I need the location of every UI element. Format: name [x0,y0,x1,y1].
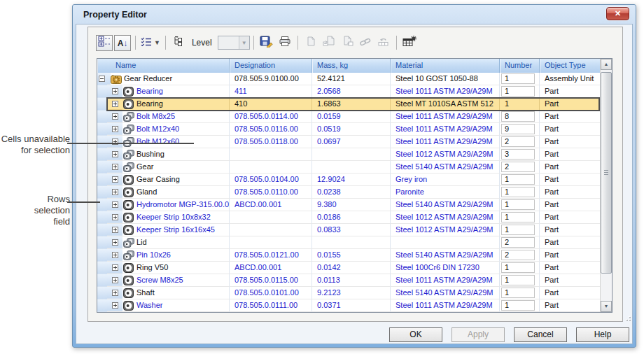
cell-material[interactable]: Steel 100Cr6 DIN 17230 [391,262,500,274]
column-header-object-type[interactable]: Object Type [540,59,600,73]
cell-designation[interactable]: ABCD.00.001 [230,199,312,211]
table-row[interactable]: Keeper Strip 16x16x450.0833Steel 1012 AS… [97,224,600,236]
row-selection-field[interactable] [97,249,107,262]
expand-icon[interactable] [112,113,118,120]
row-selection-field[interactable] [97,274,107,287]
row-selection-field[interactable] [97,224,107,236]
cell-object-type[interactable]: Part [540,299,600,312]
cell-name[interactable]: Gland [107,186,230,199]
number-input[interactable]: 1 [501,73,535,84]
table-row[interactable]: Screw M8x25078.505.0.0115.000.0113Steel … [97,274,600,287]
cell-name[interactable]: Ring V50 [107,262,230,274]
cell-name[interactable]: Screw M8x25 [107,274,230,287]
cell-material[interactable]: Steel 1011 ASTM A29/A29M [391,85,500,98]
table-row[interactable]: Pin 10x26078.505.0.0121.000.0155Steel 51… [97,249,600,262]
cell-designation[interactable]: 078.505.0.0121.00 [230,249,312,262]
number-input[interactable]: 1 [501,288,535,298]
cell-name[interactable]: Gear Reducer [107,73,230,85]
expand-icon[interactable] [112,101,118,107]
cell-mass[interactable]: 0.0155 [312,249,391,262]
cell-designation[interactable]: 078.505.0.0115.00 [230,274,312,287]
expand-icon[interactable] [112,290,118,296]
number-input[interactable]: 1 [501,212,535,222]
number-input[interactable]: 8 [501,111,535,122]
row-selection-field[interactable] [97,136,107,148]
cell-designation[interactable]: ABCD.00.001 [230,262,312,274]
cell-name[interactable]: Bolt M12x40 [107,123,230,136]
expand-icon[interactable] [112,126,118,132]
expand-icon[interactable] [112,151,118,157]
column-header-mass-kg[interactable]: Mass, kg [312,59,391,73]
row-selection-field[interactable] [97,287,107,299]
cell-mass[interactable]: 0.0697 [312,136,391,148]
cell-mass[interactable]: 0.0159 [312,111,391,123]
table-settings-button[interactable] [401,35,418,51]
column-header-name[interactable]: Name [97,59,230,73]
cell-object-type[interactable]: Part [540,249,600,262]
cell-material[interactable]: Grey iron [391,174,500,186]
cell-object-type[interactable]: Part [540,98,600,111]
number-input[interactable]: 9 [501,124,535,134]
number-input[interactable]: 1 [501,300,535,311]
cell-material[interactable]: Steel 10 GOST 1050-88 [391,73,500,85]
cell-name[interactable]: Bolt M8x25 [107,111,230,123]
cell-mass[interactable]: 0.0371 [312,299,391,312]
cell-object-type[interactable]: Part [540,123,600,136]
cell-mass[interactable]: 9.380 [312,199,391,211]
number-input[interactable]: 1 [501,262,535,273]
table-row[interactable]: Gear Casing078.505.0.0104.0012.9024Grey … [97,174,600,186]
table-row[interactable]: Gear Reducer078.505.9.0100.0052.4121Stee… [97,73,600,85]
expand-icon[interactable] [112,302,118,309]
cell-mass[interactable]: 0.0113 [312,274,391,287]
cell-object-type[interactable]: Part [540,236,600,249]
cell-designation[interactable] [230,224,312,236]
cell-mass[interactable] [312,148,391,161]
cell-mass[interactable]: 52.4121 [312,73,391,85]
cell-designation[interactable]: 078.505.0.0114.00 [230,111,312,123]
ok-button[interactable]: OK [389,327,442,342]
table-row[interactable]: Bolt M8x25078.505.0.0114.000.0159Steel 1… [97,111,600,123]
cell-mass[interactable]: 1.6863 [312,98,391,111]
cell-designation[interactable] [230,211,312,224]
title-bar[interactable]: Property Editor [73,5,636,24]
cell-material[interactable]: Steel 5140 ASTM A29/A29M [391,161,500,174]
number-input[interactable]: 1 [501,174,535,185]
expand-icon[interactable] [112,252,118,258]
expand-icon[interactable] [112,277,118,283]
cell-material[interactable]: Steel 5140 ASTM A29/A29M [391,199,500,211]
row-selection-field[interactable] [97,174,107,186]
cell-mass[interactable]: 0.0186 [312,211,391,224]
row-selection-field[interactable] [97,186,107,199]
number-input[interactable]: 1 [501,86,535,97]
table-row[interactable]: Keeper Strip 10x8x320.0186Steel 1012 AST… [97,211,600,224]
cell-object-type[interactable]: Assembly Unit [540,73,600,85]
close-button[interactable]: ✕ [606,7,629,20]
cell-name[interactable]: Hydromotor MGP-315.00.00 [107,199,230,211]
expand-icon[interactable] [112,227,118,233]
cell-name[interactable]: Bolt M12x60 [107,136,230,148]
cell-designation[interactable]: 410 [230,98,312,111]
cell-name[interactable]: Gear [107,161,230,174]
cell-object-type[interactable]: Part [540,111,600,123]
row-selection-field[interactable] [97,262,107,274]
column-header-designation[interactable]: Designation [230,59,312,73]
cell-object-type[interactable]: Part [540,224,600,236]
cell-name[interactable]: Keeper Strip 10x8x32 [107,211,230,224]
tree-structure-button[interactable] [96,35,113,51]
save-button[interactable] [258,35,275,51]
scroll-down-button[interactable]: ▼ [601,301,612,312]
cell-object-type[interactable]: Part [540,161,600,174]
table-row[interactable]: BushingSteel 1012 ASTM A29/A29M3Part [97,148,600,161]
row-selection-field[interactable] [97,123,107,136]
number-input[interactable]: 2 [501,237,535,248]
table-row[interactable]: Bearing4112.0568Steel 1011 ASTM A29/A29M… [97,85,600,98]
cell-designation[interactable]: 078.505.0.0110.00 [230,186,312,199]
cell-object-type[interactable]: Part [540,199,600,211]
cell-designation[interactable]: 411 [230,85,312,98]
cell-mass[interactable]: 0.0519 [312,123,391,136]
cell-designation[interactable]: 078.505.9.0100.00 [230,73,312,85]
number-input[interactable]: 2 [501,250,535,260]
cell-name[interactable]: Bushing [107,148,230,161]
row-selection-field[interactable] [97,98,107,111]
column-header-number[interactable]: Number [500,59,540,73]
